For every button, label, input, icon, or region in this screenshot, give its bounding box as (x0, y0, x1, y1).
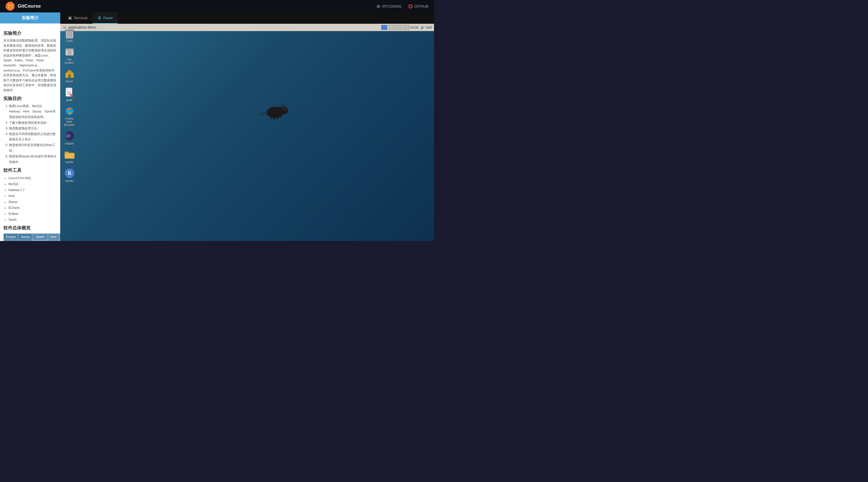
desktop-icon-gedit[interactable]: gedit (61, 86, 78, 103)
workspace-btn-3[interactable] (396, 25, 402, 30)
filesystem-icon (64, 46, 75, 58)
table-cell-eclipse: Eclipse (4, 234, 19, 240)
firefox-icon (64, 105, 75, 117)
terminal-label: Terminal (73, 16, 87, 20)
time-display: 04:36 (410, 26, 418, 29)
kfcoding-icon: 🏛 (377, 4, 380, 8)
sound-icon: 🔊 (421, 25, 425, 29)
gedit-icon (64, 87, 75, 98)
top-nav: 🐱 GitCourse 🏛 KFCODING ⭕ GITHUB (0, 0, 434, 12)
tool-mysql: MySQL (8, 181, 57, 187)
goal-item-4: 熟悉在不同类型数据库之间进行数据相互导入导出； (9, 131, 57, 143)
gedit-label: gedit (66, 99, 73, 102)
desktop-icon-firefox[interactable]: Firefox Web Browser (61, 104, 78, 128)
myfile-label: myFile (65, 161, 73, 164)
nav-right: 🏛 KFCODING ⭕ GITHUB (377, 4, 428, 8)
table-cell-empty2 (19, 240, 32, 241)
tool-spark: Spark (8, 217, 57, 223)
section-intro-title: 实验简介 (3, 31, 57, 36)
svg-point-33 (285, 109, 286, 110)
app-bar: 🐭 Applications Menu 04:36 🔊 root (60, 24, 434, 31)
table-cell-empty3 (48, 240, 59, 241)
workspace-btn-4[interactable] (403, 25, 409, 30)
rstudio-label: rstudio (65, 180, 73, 183)
right-panel: ▣ Terminal 🖥 Panel 🐭 Applications Menu (60, 12, 434, 241)
svg-rect-7 (66, 49, 73, 50)
desktop-area: 🐭 Applications Menu 04:36 🔊 root (60, 24, 434, 241)
section-overview-title: 软件总体概览 (3, 225, 57, 231)
svg-rect-12 (68, 74, 71, 78)
left-panel-header: 实验简介 (0, 12, 60, 24)
table-cell-hive: Hive (48, 234, 59, 240)
section-goal-title: 实验目的 (3, 96, 57, 102)
svg-text:R: R (68, 170, 71, 176)
desktop-icons-sidebar: Trash File System (60, 24, 79, 241)
tool-echarts: ECharts (8, 205, 57, 211)
desktop-icon-rstudio[interactable]: R rstudio (61, 166, 78, 184)
tool-sqoop: Sqoop (8, 199, 57, 205)
panel-label: Panel (103, 16, 113, 20)
svg-point-22 (69, 135, 70, 137)
eclipse-icon (64, 130, 75, 141)
home-label: Home (66, 80, 73, 83)
table-cell-hadoop: Hadoop (32, 240, 48, 241)
eclipse-label: eclipse (65, 142, 74, 145)
mouse-illustration (258, 100, 292, 122)
svg-point-28 (282, 105, 285, 109)
panel-icon: 🖥 (97, 15, 101, 20)
tool-eclipse: Eclipse (8, 211, 57, 217)
github-label: GITHUB (414, 4, 428, 8)
github-icon: ⭕ (408, 4, 413, 8)
kfcoding-label: KFCODING (382, 4, 402, 8)
left-panel: 实验简介 实验简介 本次实验涉及数据预处理、消息队列发送和接收消息、数据实时处理… (0, 12, 60, 241)
desktop-icon-eclipse[interactable]: eclipse (61, 129, 78, 147)
table-cell-empty1 (4, 240, 19, 241)
rstudio-icon: R (64, 167, 75, 179)
filesystem-label: File System (62, 58, 77, 64)
kfcoding-link[interactable]: 🏛 KFCODING (377, 4, 402, 8)
main-layout: 实验简介 实验简介 本次实验涉及数据预处理、消息队列发送和接收消息、数据实时处理… (0, 12, 434, 241)
tab-panel[interactable]: 🖥 Panel (92, 12, 118, 24)
svg-marker-11 (66, 70, 73, 73)
tab-terminal[interactable]: ▣ Terminal (63, 12, 92, 24)
desktop-icon-filesystem[interactable]: File System (61, 45, 78, 66)
app-bar-right: 04:36 🔊 root (381, 25, 432, 30)
desktop-icon-myfile[interactable]: myFile (61, 148, 78, 165)
desktop-icon-home[interactable]: Home (61, 67, 78, 84)
app-logo: 🐱 (6, 2, 15, 11)
nav-left: 🐱 GitCourse (6, 2, 41, 11)
goal-item-3: 熟悉数据预处理方法； (9, 126, 57, 131)
firefox-label: Firefox Web Browser (62, 117, 77, 127)
home-icon (64, 68, 75, 79)
tool-hive: Hive (8, 193, 57, 199)
software-overview-table: Eclipse Sqoop Spark Hive ECharts Hadoop … (3, 233, 57, 241)
tools-list: Linux14.04 64位 MySQL Hadoop 2.7 Hive Sqo… (3, 175, 57, 222)
tab-bar: ▣ Terminal 🖥 Panel (60, 12, 434, 24)
table-cell-spark: Spark (32, 234, 48, 240)
goal-item-2: 了解大数据处理的基本流程； (9, 120, 57, 126)
section-tools-title: 软件工具 (3, 167, 57, 173)
section-intro-text: 本次实验涉及数据预处理、消息队列发送和接收消息、数据实时处理、数据实时推送和实时… (3, 38, 57, 93)
trash-icon (64, 28, 75, 39)
github-link[interactable]: ⭕ GITHUB (408, 4, 428, 8)
svg-rect-2 (68, 28, 71, 30)
svg-point-27 (286, 109, 288, 111)
user-label: root (426, 25, 432, 29)
left-panel-content: 实验简介 本次实验涉及数据预处理、消息队列发送和接收消息、数据实时处理、数据实时… (0, 24, 60, 241)
goal-item-1: 熟悉Linux系统、MySQL、Hadoop、Hive、Sqoop、Spark等… (9, 103, 57, 120)
tool-hadoop: Hadoop 2.7 (8, 187, 57, 193)
tool-linux: Linux14.04 64位 (8, 175, 57, 181)
goal-item-6: 熟悉使用Spark MLlib进行简单的分类操作。 (9, 154, 57, 165)
svg-line-31 (277, 117, 278, 120)
svg-point-9 (69, 52, 70, 54)
table-cell-sqoop: Sqoop (19, 234, 32, 240)
app-title: GitCourse (18, 3, 41, 9)
desktop-icon-trash[interactable]: Trash (61, 27, 78, 44)
workspace-btn-1[interactable] (381, 25, 388, 30)
myfile-icon (64, 149, 75, 160)
svg-rect-14 (66, 88, 72, 90)
trash-label: Trash (66, 39, 73, 43)
terminal-icon: ▣ (68, 15, 72, 20)
workspace-btn-2[interactable] (389, 25, 395, 30)
goal-list: 熟悉Linux系统、MySQL、Hadoop、Hive、Sqoop、Spark等… (3, 103, 57, 165)
